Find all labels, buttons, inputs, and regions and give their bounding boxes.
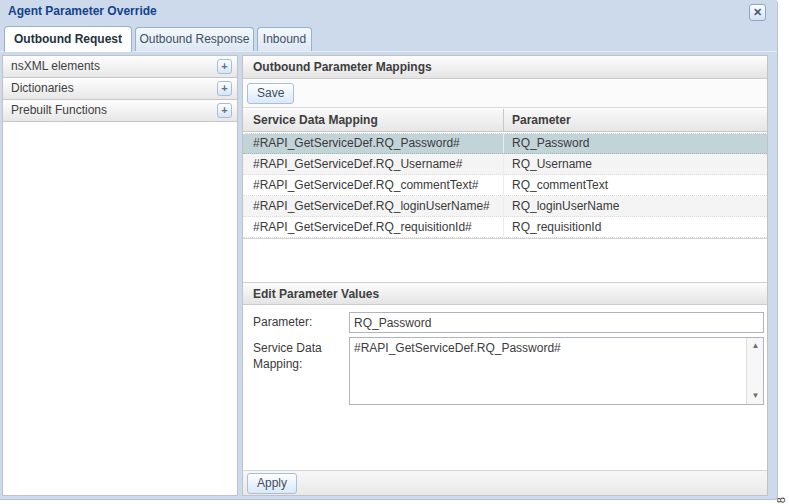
tab-outbound-request[interactable]: Outbound Request (4, 26, 132, 52)
textarea-scrollbar[interactable]: ▲ ▼ (746, 338, 763, 404)
outbound-mappings-panel: Outbound Parameter Mappings Save Service… (242, 55, 768, 496)
tab-bar: Outbound Request Outbound Response Inbou… (0, 26, 777, 52)
tab-label: Outbound Response (139, 32, 249, 46)
service-data-mapping-textarea[interactable]: #RAPI_GetServiceDef.RQ_Password# (350, 338, 746, 404)
cell-service-data-mapping: #RAPI_GetServiceDef.RQ_Password# (243, 134, 504, 153)
scroll-down-icon[interactable]: ▼ (747, 389, 764, 403)
parameter-label: Parameter: (253, 315, 312, 329)
save-button[interactable]: Save (247, 83, 294, 104)
accordion-label: nsXML elements (11, 59, 100, 73)
tab-inbound[interactable]: Inbound (257, 27, 312, 51)
tab-label: Outbound Request (14, 32, 122, 46)
cell-parameter: RQ_loginUserName (504, 196, 767, 216)
service-data-mapping-label: Service Data Mapping: (253, 340, 343, 372)
table-row[interactable]: #RAPI_GetServiceDef.RQ_requisitionId# RQ… (243, 217, 767, 238)
expand-plus-icon[interactable]: + (217, 59, 232, 74)
accordion-label: Dictionaries (11, 81, 74, 95)
sidebar-item-nsxml-elements[interactable]: nsXML elements + (3, 56, 237, 78)
table-row[interactable]: #RAPI_GetServiceDef.RQ_Username# RQ_User… (243, 154, 767, 175)
footer-bar: Apply (243, 470, 767, 495)
dialog-title: Agent Parameter Override (8, 4, 157, 18)
cell-parameter: RQ_requisitionId (504, 217, 767, 237)
tab-outbound-response[interactable]: Outbound Response (135, 27, 254, 51)
cell-service-data-mapping: #RAPI_GetServiceDef.RQ_Username# (243, 154, 504, 174)
sidebar-item-dictionaries[interactable]: Dictionaries + (3, 78, 237, 100)
sidebar-item-prebuilt-functions[interactable]: Prebuilt Functions + (3, 100, 237, 122)
service-data-mapping-field: #RAPI_GetServiceDef.RQ_Password# ▲ ▼ (349, 337, 764, 405)
expand-plus-icon[interactable]: + (217, 103, 232, 118)
cell-service-data-mapping: #RAPI_GetServiceDef.RQ_loginUserName# (243, 196, 504, 216)
scroll-up-icon[interactable]: ▲ (747, 339, 764, 353)
accordion-label: Prebuilt Functions (11, 103, 107, 117)
column-header-parameter[interactable]: Parameter (504, 109, 767, 131)
dialog-titlebar: Agent Parameter Override ✕ (0, 0, 777, 24)
cell-service-data-mapping: #RAPI_GetServiceDef.RQ_commentText# (243, 175, 504, 195)
close-icon: ✕ (753, 7, 762, 18)
parameter-input[interactable] (349, 312, 764, 333)
tab-label: Inbound (263, 32, 306, 46)
close-button[interactable]: ✕ (749, 4, 766, 21)
cell-parameter: RQ_Username (504, 154, 767, 174)
table-row[interactable]: #RAPI_GetServiceDef.RQ_commentText# RQ_c… (243, 175, 767, 196)
agent-parameter-override-dialog: Agent Parameter Override ✕ Outbound Requ… (0, 0, 778, 500)
column-header-service-data-mapping[interactable]: Service Data Mapping (243, 109, 504, 131)
panel-title: Outbound Parameter Mappings (243, 56, 767, 79)
cell-parameter: RQ_Password (504, 134, 767, 153)
sidebar-accordion: nsXML elements + Dictionaries + Prebuilt… (2, 55, 238, 496)
figure-number: 362288 (775, 496, 787, 504)
toolbar: Save (243, 80, 767, 108)
edit-parameter-values-title: Edit Parameter Values (243, 282, 767, 305)
table-header-row: Service Data Mapping Parameter (243, 109, 767, 132)
cell-service-data-mapping: #RAPI_GetServiceDef.RQ_requisitionId# (243, 217, 504, 237)
cell-parameter: RQ_commentText (504, 175, 767, 195)
mappings-table: #RAPI_GetServiceDef.RQ_Password# RQ_Pass… (243, 133, 767, 239)
table-row[interactable]: #RAPI_GetServiceDef.RQ_Password# RQ_Pass… (243, 133, 767, 154)
expand-plus-icon[interactable]: + (217, 81, 232, 96)
apply-button[interactable]: Apply (247, 473, 297, 494)
table-row[interactable]: #RAPI_GetServiceDef.RQ_loginUserName# RQ… (243, 196, 767, 217)
